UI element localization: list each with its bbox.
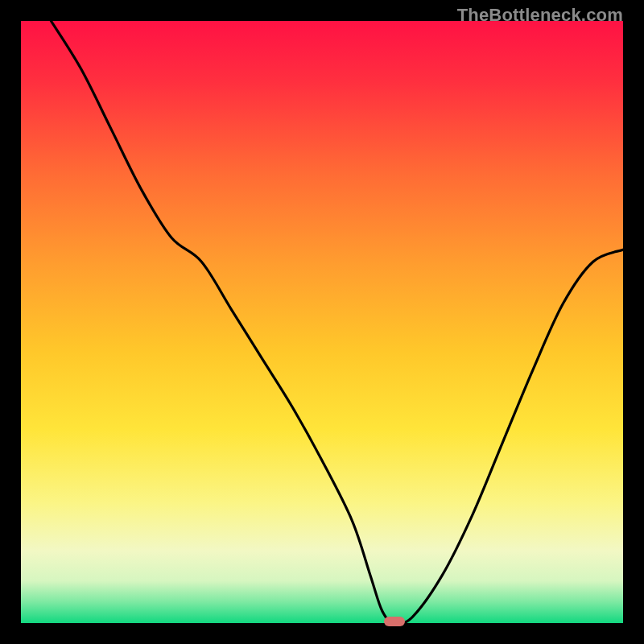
gradient-background: [21, 21, 623, 623]
optimal-point-marker: [384, 617, 405, 626]
watermark-text: TheBottleneck.com: [457, 5, 623, 26]
svg-rect-0: [21, 21, 623, 623]
plot-area: [21, 21, 623, 623]
bottleneck-chart: TheBottleneck.com: [0, 0, 644, 644]
